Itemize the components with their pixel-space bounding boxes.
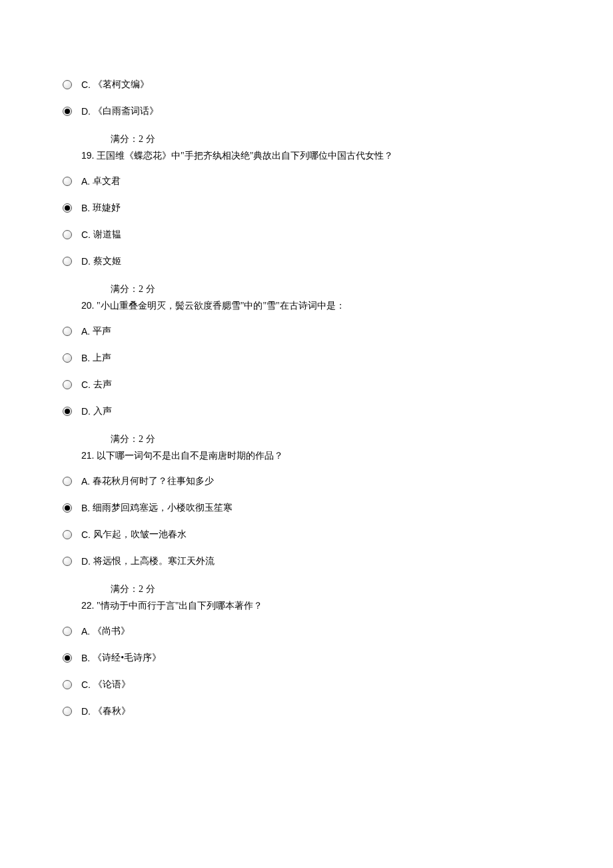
option-text: 谢道韫	[93, 229, 121, 241]
option-text: 春花秋月何时了？往事知多少	[93, 475, 214, 487]
question-text: 以下哪一词句不是出自不是南唐时期的作品？	[94, 451, 283, 461]
option-letter: D.	[81, 406, 91, 417]
option-letter: A.	[81, 176, 90, 187]
option-letter: C.	[81, 79, 91, 90]
radio-button[interactable]	[63, 257, 72, 266]
radio-button[interactable]	[63, 353, 72, 363]
option-row: A.平声	[63, 325, 613, 337]
question-header: 满分：2 分22. "情动于中而行于言"出自下列哪本著作？	[81, 582, 613, 613]
radio-button[interactable]	[63, 107, 72, 116]
option-row: B.《诗经•毛诗序》	[63, 652, 613, 664]
option-letter: D.	[81, 556, 91, 567]
score-label: 满分：2 分	[81, 432, 613, 447]
radio-button[interactable]	[63, 380, 72, 389]
question-number: 19.	[81, 150, 94, 161]
option-row: D.《春秋》	[63, 705, 613, 717]
radio-button[interactable]	[63, 477, 72, 486]
option-letter: A.	[81, 326, 90, 337]
option-row: A.春花秋月何时了？往事知多少	[63, 475, 613, 487]
question-line: 22. "情动于中而行于言"出自下列哪本著作？	[81, 598, 613, 613]
score-label: 满分：2 分	[81, 582, 613, 597]
option-letter: C.	[81, 529, 91, 540]
radio-button[interactable]	[63, 653, 72, 663]
option-letter: C.	[81, 679, 91, 690]
question-number: 22.	[81, 600, 94, 611]
option-text: 上声	[93, 352, 111, 364]
option-text: 细雨梦回鸡塞远，小楼吹彻玉笙寒	[93, 502, 233, 514]
question-line: 19. 王国维《蝶恋花》中"手把齐纨相决绝"典故出自下列哪位中国古代女性？	[81, 148, 613, 163]
option-letter: D.	[81, 256, 91, 267]
question-line: 20. "小山重叠金明灭，鬓云欲度香腮雪"中的"雪"在古诗词中是：	[81, 298, 613, 313]
radio-button[interactable]	[63, 680, 72, 689]
option-text: 《白雨斋词话》	[93, 105, 159, 117]
question-number: 20.	[81, 300, 94, 311]
radio-button[interactable]	[63, 80, 72, 89]
question-header: 满分：2 分21. 以下哪一词句不是出自不是南唐时期的作品？	[81, 432, 613, 463]
option-row: D.将远恨，上高楼。寒江天外流	[63, 555, 613, 567]
option-row: C.《茗柯文编》	[63, 79, 613, 91]
radio-button[interactable]	[63, 627, 72, 636]
option-text: 卓文君	[93, 175, 121, 187]
radio-button[interactable]	[63, 327, 72, 336]
radio-button[interactable]	[63, 177, 72, 186]
option-row: C.《论语》	[63, 679, 613, 691]
question-line: 21. 以下哪一词句不是出自不是南唐时期的作品？	[81, 448, 613, 463]
radio-button[interactable]	[63, 203, 72, 213]
option-letter: D.	[81, 106, 91, 117]
option-row: C.风乍起，吹皱一池春水	[63, 529, 613, 541]
option-letter: C.	[81, 229, 91, 240]
option-row: B.班婕妤	[63, 202, 613, 214]
option-letter: A.	[81, 626, 90, 637]
score-label: 满分：2 分	[81, 132, 613, 147]
option-row: D.《白雨斋词话》	[63, 105, 613, 117]
question-text: 王国维《蝶恋花》中"手把齐纨相决绝"典故出自下列哪位中国古代女性？	[94, 151, 393, 161]
radio-button[interactable]	[63, 503, 72, 513]
option-row: B.细雨梦回鸡塞远，小楼吹彻玉笙寒	[63, 502, 613, 514]
score-label: 满分：2 分	[81, 282, 613, 297]
option-text: 《诗经•毛诗序》	[93, 652, 161, 664]
option-row: B.上声	[63, 352, 613, 364]
radio-button[interactable]	[63, 530, 72, 539]
question-header: 满分：2 分20. "小山重叠金明灭，鬓云欲度香腮雪"中的"雪"在古诗词中是：	[81, 282, 613, 313]
option-row: D.蔡文姬	[63, 255, 613, 267]
option-letter: B.	[81, 653, 90, 663]
option-letter: A.	[81, 476, 90, 487]
option-row: A.《尚书》	[63, 625, 613, 637]
quiz-content: C.《茗柯文编》D.《白雨斋词话》 满分：2 分19. 王国维《蝶恋花》中"手把…	[0, 0, 613, 717]
option-text: 《春秋》	[93, 705, 131, 717]
option-letter: B.	[81, 353, 90, 363]
option-text: 平声	[93, 325, 111, 337]
option-text: 蔡文姬	[93, 255, 121, 267]
option-text: 《尚书》	[93, 625, 130, 637]
option-letter: C.	[81, 379, 91, 390]
option-row: A.卓文君	[63, 175, 613, 187]
option-text: 《茗柯文编》	[93, 79, 149, 91]
option-text: 将远恨，上高楼。寒江天外流	[93, 555, 215, 567]
option-row: D.入声	[63, 405, 613, 417]
option-text: 去声	[93, 379, 112, 391]
option-letter: B.	[81, 503, 90, 513]
question-text: "小山重叠金明灭，鬓云欲度香腮雪"中的"雪"在古诗词中是：	[94, 301, 344, 311]
radio-button[interactable]	[63, 407, 72, 416]
question-header: 满分：2 分19. 王国维《蝶恋花》中"手把齐纨相决绝"典故出自下列哪位中国古代…	[81, 132, 613, 163]
option-letter: D.	[81, 706, 91, 717]
question-number: 21.	[81, 450, 94, 461]
option-letter: B.	[81, 203, 90, 213]
question-text: "情动于中而行于言"出自下列哪本著作？	[94, 601, 263, 611]
option-text: 《论语》	[93, 679, 131, 691]
radio-button[interactable]	[63, 230, 72, 239]
radio-button[interactable]	[63, 707, 72, 716]
option-text: 班婕妤	[93, 202, 121, 214]
option-text: 入声	[93, 405, 112, 417]
option-row: C.去声	[63, 379, 613, 391]
option-text: 风乍起，吹皱一池春水	[93, 529, 187, 541]
radio-button[interactable]	[63, 557, 72, 566]
option-row: C.谢道韫	[63, 229, 613, 241]
